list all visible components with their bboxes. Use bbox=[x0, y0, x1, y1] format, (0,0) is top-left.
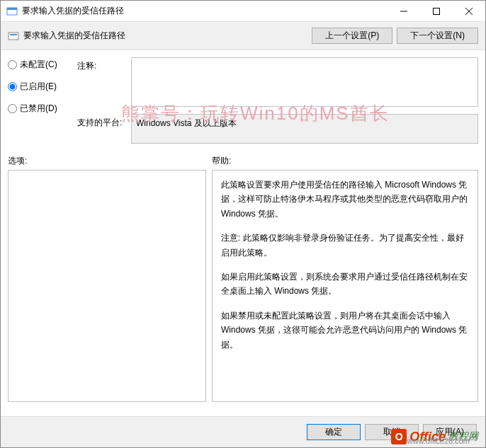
svg-line-5 bbox=[465, 8, 473, 15]
policy-icon bbox=[8, 30, 19, 42]
help-paragraph: 注意: 此策略仅影响非登录身份验证任务。为了提高安全性，最好启用此策略。 bbox=[221, 231, 469, 260]
policy-dialog-window: 要求输入凭据的受信任路径 要求输入凭据的受信任路径 上一个设置(P) 下一个设置… bbox=[0, 0, 486, 448]
help-paragraph: 如果禁用或未配置此策略设置，则用户将在其桌面会话中输入 Windows 凭据，这… bbox=[221, 309, 469, 352]
svg-rect-7 bbox=[10, 34, 17, 35]
state-radio-group: 未配置(C) 已启用(E) 已禁用(D) bbox=[8, 57, 72, 151]
radio-disabled[interactable]: 已禁用(D) bbox=[8, 103, 72, 115]
minimize-button[interactable] bbox=[388, 1, 420, 21]
radio-not-configured-label: 未配置(C) bbox=[20, 59, 57, 71]
subheader: 要求输入凭据的受信任路径 上一个设置(P) 下一个设置(N) bbox=[1, 22, 485, 50]
comment-textarea[interactable] bbox=[131, 57, 478, 107]
radio-disabled-input[interactable] bbox=[8, 104, 17, 113]
ok-button[interactable]: 确定 bbox=[307, 424, 361, 440]
help-label: 帮助: bbox=[212, 155, 231, 167]
help-paragraph: 此策略设置要求用户使用受信任的路径输入 Microsoft Windows 凭据… bbox=[221, 178, 469, 221]
svg-rect-1 bbox=[7, 8, 17, 10]
radio-disabled-label: 已禁用(D) bbox=[20, 103, 57, 115]
options-panel bbox=[8, 170, 206, 402]
dialog-footer: 确定 取消 应用(A) bbox=[1, 416, 485, 447]
help-paragraph: 如果启用此策略设置，则系统会要求用户通过受信任路径机制在安全桌面上输入 Wind… bbox=[221, 270, 469, 299]
next-setting-button[interactable]: 下一个设置(N) bbox=[397, 28, 478, 44]
policy-title: 要求输入凭据的受信任路径 bbox=[23, 30, 125, 42]
radio-enabled-input[interactable] bbox=[8, 82, 17, 91]
svg-rect-3 bbox=[434, 8, 440, 14]
radio-enabled[interactable]: 已启用(E) bbox=[8, 81, 72, 93]
radio-not-configured[interactable]: 未配置(C) bbox=[8, 59, 72, 71]
radio-enabled-label: 已启用(E) bbox=[20, 81, 57, 93]
help-panel[interactable]: 此策略设置要求用户使用受信任的路径输入 Microsoft Windows 凭据… bbox=[212, 170, 478, 402]
window-title: 要求输入凭据的受信任路径 bbox=[22, 5, 388, 17]
app-icon bbox=[6, 6, 18, 17]
options-label: 选项: bbox=[8, 155, 212, 167]
maximize-button[interactable] bbox=[420, 1, 453, 21]
apply-button[interactable]: 应用(A) bbox=[423, 424, 477, 440]
cancel-button[interactable]: 取消 bbox=[365, 424, 419, 440]
svg-line-4 bbox=[465, 8, 473, 15]
previous-setting-button[interactable]: 上一个设置(P) bbox=[312, 28, 392, 44]
supported-on-value: Windows Vista 及以上版本 bbox=[131, 114, 478, 144]
close-button[interactable] bbox=[453, 1, 485, 21]
titlebar: 要求输入凭据的受信任路径 bbox=[1, 1, 485, 22]
supported-on-label: 支持的平台: bbox=[77, 114, 131, 144]
svg-rect-6 bbox=[9, 33, 18, 40]
comment-label: 注释: bbox=[77, 57, 131, 107]
radio-not-configured-input[interactable] bbox=[8, 60, 17, 69]
